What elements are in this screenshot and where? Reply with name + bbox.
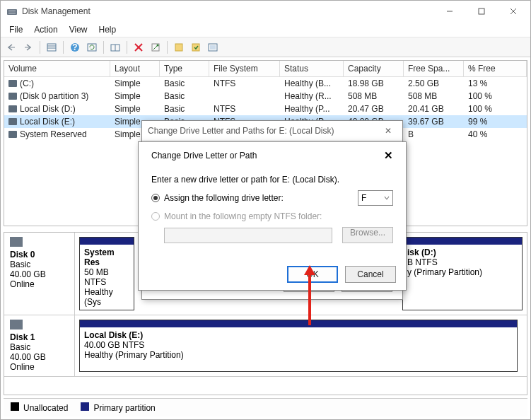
col-pctfree[interactable]: % Free (464, 61, 527, 76)
volume-list-header: Volume Layout Type File System Status Ca… (4, 61, 527, 77)
volume-fs: NTFS (209, 77, 280, 90)
browse-button: Browse... (342, 227, 393, 243)
view-list-icon[interactable] (44, 40, 59, 55)
volume-fs (209, 90, 280, 103)
disk-label[interactable]: Disk 0 Basic 40.00 GB Online (4, 233, 75, 315)
inner-dialog-prompt: Enter a new drive letter or path for E: … (151, 175, 393, 185)
volume-free: B (404, 128, 464, 141)
volume-pctfree: 99 % (464, 115, 527, 128)
disk-kind: Basic (10, 259, 69, 269)
col-capacity[interactable]: Capacity (344, 61, 404, 76)
minimize-button[interactable] (433, 1, 465, 21)
volume-layout: Simple (110, 103, 160, 115)
partition[interactable]: System Res 50 MB NTFS Healthy (Sys (79, 237, 134, 310)
drive-letter-value: F (361, 193, 366, 203)
dialog-title: Change Drive Letter and Paths for E: (Lo… (148, 126, 334, 136)
titlebar: Disk Management (1, 1, 530, 22)
menu-view[interactable]: View (64, 23, 93, 36)
action-b-icon[interactable] (188, 40, 204, 55)
partition-name: Local Disk (E:) (84, 330, 513, 340)
menu-action[interactable]: Action (28, 23, 63, 36)
disk-icon (10, 320, 23, 329)
volume-type: Basic (160, 77, 209, 90)
svg-rect-2 (8, 13, 16, 13)
refresh-icon[interactable] (84, 40, 100, 55)
settings-icon[interactable] (107, 40, 123, 55)
volume-status: Healthy (R... (280, 90, 344, 103)
col-type[interactable]: Type (160, 61, 209, 76)
nav-forward-icon[interactable] (21, 40, 36, 55)
partition-status: Healthy (Primary Partition) (84, 350, 513, 360)
dialog-close-icon[interactable]: ✕ (380, 126, 397, 136)
disk-partitions: Local Disk (E:) 40.00 GB NTFS Healthy (P… (75, 315, 527, 376)
maximize-button[interactable] (465, 1, 497, 21)
dialog-titlebar: Change Drive Letter and Paths for E: (Lo… (142, 121, 402, 141)
radio-mount-folder[interactable] (151, 212, 160, 221)
legend-primary: Primary partition (81, 402, 155, 413)
col-layout[interactable]: Layout (110, 61, 160, 76)
svg-rect-21 (175, 44, 182, 51)
disk-label[interactable]: Disk 1 Basic 40.00 GB Online (4, 315, 75, 376)
change-drive-letter-or-path-dialog: Change Drive Letter or Path ✕ Enter a ne… (138, 141, 407, 291)
close-button[interactable] (497, 1, 529, 21)
partition[interactable]: isk (D:) B NTFS y (Primary Partition) (402, 237, 523, 310)
volume-row[interactable]: (Disk 0 partition 3)SimpleBasicHealthy (… (4, 90, 527, 103)
volume-name: Local Disk (E:) (20, 117, 75, 127)
volume-pctfree: 100 % (464, 90, 527, 103)
volume-capacity: 508 MB (344, 90, 404, 103)
inner-ok-button[interactable]: OK (287, 266, 338, 283)
volume-icon (8, 80, 17, 87)
volume-type: Basic (160, 103, 209, 115)
disk-name: Disk 0 (10, 250, 69, 259)
partition-name: System Res (84, 247, 129, 267)
nav-back-icon[interactable] (4, 40, 19, 55)
svg-rect-0 (7, 9, 17, 15)
volume-pctfree: 13 % (464, 77, 527, 90)
volume-name: (Disk 0 partition 3) (20, 91, 88, 101)
partition[interactable]: Local Disk (E:) 40.00 GB NTFS Healthy (P… (79, 320, 518, 372)
label-mount-folder: Mount in the following empty NTFS folder… (164, 211, 322, 221)
volume-free: 508 MB (404, 90, 464, 103)
volume-capacity: 20.47 GB (344, 103, 404, 115)
volume-icon (8, 131, 17, 138)
volume-layout: Simple (110, 77, 160, 90)
volume-status: Healthy (B... (280, 77, 344, 90)
inner-dialog-close-icon[interactable]: ✕ (384, 149, 393, 162)
svg-rect-1 (8, 11, 16, 11)
col-filesystem[interactable]: File System (209, 61, 280, 76)
drive-letter-select[interactable]: F (358, 190, 393, 206)
disk-icon (10, 237, 23, 247)
menu-help[interactable]: Help (93, 23, 122, 36)
svg-rect-24 (210, 45, 216, 49)
radio-assign-letter[interactable] (151, 194, 160, 202)
col-status[interactable]: Status (280, 61, 344, 76)
action-c-icon[interactable] (205, 40, 221, 55)
menu-file[interactable]: File (4, 23, 28, 36)
volume-type: Basic (160, 90, 209, 103)
inner-cancel-button[interactable]: Cancel (345, 266, 396, 283)
disk-name: Disk 1 (10, 332, 69, 342)
help-icon[interactable]: ? (67, 40, 83, 55)
svg-text:?: ? (72, 42, 77, 52)
volume-name: (C:) (20, 78, 34, 88)
volume-row[interactable]: (C:)SimpleBasicNTFSHealthy (B...18.98 GB… (4, 77, 527, 90)
properties-icon[interactable] (148, 40, 163, 55)
action-a-icon[interactable] (171, 40, 187, 55)
inner-dialog-header: Change Drive Letter or Path ✕ (139, 142, 406, 165)
disk-size: 40.00 GB (10, 352, 69, 362)
partition-status: y (Primary Partition) (407, 267, 518, 277)
disk-row: Disk 1 Basic 40.00 GB Online Local Disk … (4, 315, 527, 377)
partition-status: Healthy (Sys (84, 287, 129, 307)
delete-icon[interactable] (131, 40, 146, 55)
volume-row[interactable]: Local Disk (D:)SimpleBasicNTFSHealthy (P… (4, 103, 527, 115)
legend-unallocated: Unallocated (11, 402, 68, 413)
toolbar: ? (1, 37, 530, 57)
volume-free: 2.50 GB (404, 77, 464, 90)
col-freespace[interactable]: Free Spa... (404, 61, 464, 76)
window-title: Disk Management (22, 6, 433, 16)
col-volume[interactable]: Volume (4, 61, 110, 76)
volume-free: 20.41 GB (404, 103, 464, 115)
chevron-down-icon (384, 196, 390, 200)
partition-size: 50 MB NTFS (84, 267, 129, 287)
partition-size: 40.00 GB NTFS (84, 340, 513, 350)
